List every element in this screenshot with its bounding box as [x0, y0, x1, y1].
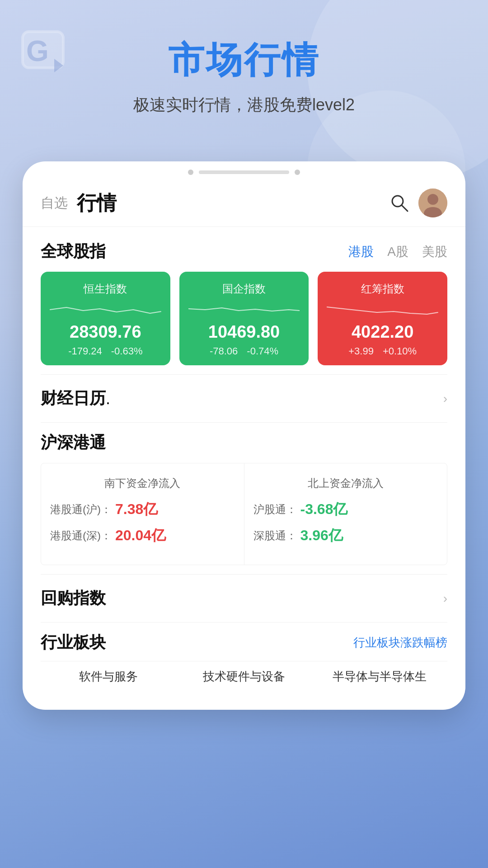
search-icon[interactable]	[389, 193, 409, 213]
south-label-1: 港股通(沪)：	[50, 502, 112, 517]
index-card-hscei[interactable]: 国企指数 10469.80 -78.06 -0.74%	[179, 272, 309, 365]
index-card-hsi[interactable]: 恒生指数 28309.76 -179.24 -0.63%	[41, 272, 170, 365]
phone-dot-left	[188, 170, 193, 175]
north-row-2: 深股通： 3.96亿	[253, 526, 438, 546]
financial-calendar-title: 财经日历	[41, 387, 106, 410]
hsi-chart	[50, 301, 161, 319]
south-label-2: 港股通(深)：	[50, 528, 112, 543]
svg-line-4	[402, 205, 408, 211]
hsi-change2: -0.63%	[111, 345, 143, 357]
financial-calendar-dot: .	[106, 389, 110, 408]
rcii-changes: +3.99 +0.10%	[327, 345, 438, 357]
rcii-label: 红筹指数	[327, 282, 438, 296]
rcii-change2: +0.10%	[383, 345, 417, 357]
hscei-label: 国企指数	[188, 282, 300, 296]
north-flow-cell: 北上资金净流入 沪股通： -3.68亿 深股通： 3.96亿	[244, 463, 447, 565]
hsi-change1: -179.24	[68, 345, 102, 357]
nav-bar: 自选 行情	[23, 179, 465, 227]
page-subtitle: 极速实时行情，港股免费level2	[27, 94, 461, 116]
north-value-2: 3.96亿	[300, 526, 343, 546]
north-flow-title: 北上资金净流入	[253, 476, 438, 491]
hsi-value: 28309.76	[50, 322, 161, 342]
svg-text:G: G	[26, 35, 49, 67]
north-label-2: 深股通：	[253, 528, 297, 543]
avatar[interactable]	[418, 189, 447, 217]
buyback-title: 回购指数	[41, 587, 106, 609]
global-index-title: 全球股指	[41, 241, 348, 263]
global-index-tabs: 港股 A股 美股	[348, 243, 447, 260]
index-card-rcii[interactable]: 红筹指数 4022.20 +3.99 +0.10%	[318, 272, 447, 365]
financial-calendar-row[interactable]: 财经日历 . ›	[23, 375, 465, 422]
global-index-section: 全球股指 港股 A股 美股 恒生指数 28309.76 -179.24	[23, 227, 465, 374]
south-flow-title: 南下资金净流入	[50, 476, 235, 491]
buyback-row[interactable]: 回购指数 ›	[23, 575, 465, 622]
app-logo: G	[18, 27, 72, 81]
north-row-1: 沪股通： -3.68亿	[253, 500, 438, 519]
south-row-2: 港股通(深)： 20.04亿	[50, 526, 235, 546]
hsi-changes: -179.24 -0.63%	[50, 345, 161, 357]
industry-header: 行业板块 行业板块涨跌幅榜	[41, 632, 447, 654]
tab-a-stocks[interactable]: A股	[387, 243, 408, 260]
hk-connect-section: 沪深港通 南下资金净流入 港股通(沪)： 7.38亿 港股通(深)： 20.04…	[23, 423, 465, 574]
hk-connect-title: 沪深港通	[41, 432, 447, 454]
nav-secondary-title[interactable]: 自选	[41, 194, 68, 212]
tab-us-stocks[interactable]: 美股	[422, 243, 447, 260]
phone-dot-right	[295, 170, 300, 175]
north-value-1: -3.68亿	[300, 500, 348, 519]
phone-indicator-bar	[199, 170, 289, 174]
hsi-label: 恒生指数	[50, 282, 161, 296]
industry-title: 行业板块	[41, 632, 353, 654]
page-title: 市场行情	[27, 36, 461, 85]
phone-mockup: 自选 行情 全球股指 港股 A股 美股	[23, 161, 465, 710]
south-value-1: 7.38亿	[115, 500, 158, 519]
north-label-1: 沪股通：	[253, 502, 297, 517]
index-cards: 恒生指数 28309.76 -179.24 -0.63% 国企指数	[41, 272, 447, 365]
hscei-changes: -78.06 -0.74%	[188, 345, 300, 357]
header-section: G 市场行情 极速实时行情，港股免费level2	[0, 0, 488, 152]
south-flow-cell: 南下资金净流入 港股通(沪)： 7.38亿 港股通(深)： 20.04亿	[41, 463, 244, 565]
industry-link[interactable]: 行业板块涨跌幅榜	[353, 635, 447, 651]
chevron-right-icon: ›	[443, 392, 447, 406]
rcii-change1: +3.99	[348, 345, 374, 357]
industry-items-row: 软件与服务 技术硬件与设备 半导体与半导体生	[41, 661, 447, 692]
nav-main-title: 行情	[77, 190, 117, 217]
south-value-2: 20.04亿	[115, 526, 166, 546]
phone-top-bar	[23, 161, 465, 179]
tab-hk-stocks[interactable]: 港股	[348, 243, 374, 260]
south-row-1: 港股通(沪)： 7.38亿	[50, 500, 235, 519]
hscei-chart	[188, 301, 300, 319]
industry-section: 行业板块 行业板块涨跌幅榜 软件与服务 技术硬件与设备 半导体与半导体生	[23, 623, 465, 696]
industry-item-3[interactable]: 半导体与半导体生	[312, 661, 447, 692]
rcii-value: 4022.20	[327, 322, 438, 342]
hscei-change2: -0.74%	[247, 345, 278, 357]
hk-connect-grid: 南下资金净流入 港股通(沪)： 7.38亿 港股通(深)： 20.04亿 北上资…	[41, 463, 447, 565]
hscei-change1: -78.06	[210, 345, 238, 357]
industry-item-2[interactable]: 技术硬件与设备	[176, 661, 312, 692]
buyback-chevron-icon: ›	[443, 591, 447, 606]
global-index-header: 全球股指 港股 A股 美股	[41, 241, 447, 263]
hscei-value: 10469.80	[188, 322, 300, 342]
rcii-chart	[327, 301, 438, 319]
svg-point-6	[427, 194, 438, 205]
industry-item-1[interactable]: 软件与服务	[41, 661, 176, 692]
